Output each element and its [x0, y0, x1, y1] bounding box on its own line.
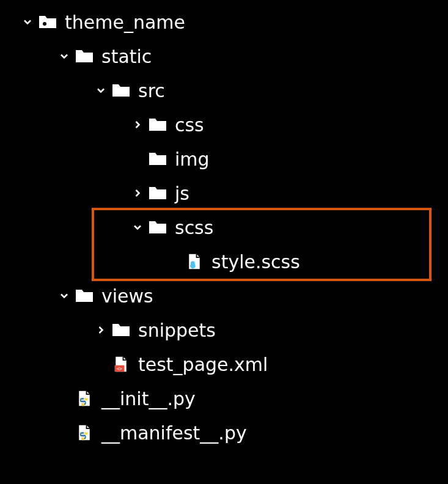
folder-icon [110, 82, 132, 99]
tree-item-css[interactable]: css [0, 108, 448, 142]
chevron-right-icon[interactable] [128, 187, 147, 199]
svg-point-2 [191, 261, 195, 265]
chevron-down-icon[interactable] [128, 221, 147, 233]
tree-label: __init__.py [101, 388, 196, 409]
tree-label: src [138, 80, 165, 101]
folder-icon [110, 321, 132, 339]
svg-point-0 [43, 22, 46, 26]
folder-icon [147, 219, 169, 236]
tree-item-scss[interactable]: scss [0, 210, 448, 244]
chevron-right-icon[interactable] [92, 324, 110, 336]
tree-label: style.scss [211, 251, 300, 273]
chevron-right-icon[interactable] [128, 119, 147, 131]
tree-item-views[interactable]: views [0, 279, 448, 313]
tree-item-src[interactable]: src [0, 73, 448, 108]
folder-icon [73, 287, 95, 304]
folder-icon [147, 150, 169, 167]
tree-item-img[interactable]: img [0, 142, 448, 176]
scss-file-icon [183, 253, 205, 270]
tree-label: static [101, 46, 152, 67]
tree-item-style-scss[interactable]: style.scss [0, 244, 448, 279]
svg-text:<>: <> [117, 366, 123, 372]
xml-file-icon: <> [110, 356, 132, 373]
chevron-down-icon[interactable] [55, 290, 73, 302]
tree-item-js[interactable]: js [0, 176, 448, 210]
tree-item-theme-name[interactable]: theme_name [0, 5, 448, 39]
tree-label: __manifest__.py [101, 422, 247, 444]
folder-module-icon [37, 13, 59, 31]
tree-item-manifest-py[interactable]: __manifest__.py [0, 416, 448, 450]
folder-icon [147, 116, 169, 133]
tree-label: views [101, 285, 153, 307]
chevron-down-icon[interactable] [92, 84, 110, 97]
tree-item-static[interactable]: static [0, 39, 448, 73]
chevron-down-icon[interactable] [55, 50, 73, 62]
tree-label: css [175, 114, 204, 136]
tree-label: snippets [138, 320, 216, 341]
tree-item-test-page-xml[interactable]: <> test_page.xml [0, 347, 448, 381]
tree-label: img [175, 148, 210, 170]
tree-item-init-py[interactable]: __init__.py [0, 381, 448, 416]
chevron-down-icon[interactable] [18, 16, 37, 28]
tree-label: test_page.xml [138, 354, 268, 375]
tree-label: js [175, 183, 189, 204]
folder-icon [73, 48, 95, 65]
tree-label: theme_name [65, 12, 185, 33]
tree-label: scss [175, 217, 213, 238]
python-file-icon [73, 390, 95, 407]
python-file-icon [73, 424, 95, 441]
tree-item-snippets[interactable]: snippets [0, 313, 448, 347]
folder-icon [147, 185, 169, 202]
